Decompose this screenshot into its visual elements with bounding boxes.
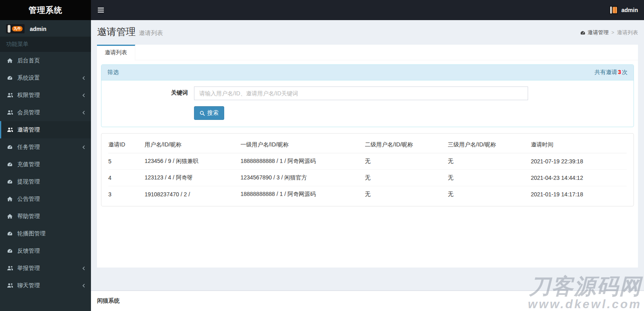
table-cell: 18888888888 / 1 / 阿奇网源码 [240,186,365,203]
sidebar-item-label: 邀请管理 [17,126,40,134]
gauge-icon [6,162,14,167]
table-cell: 123123 / 4 / 阿奇呀 [144,170,240,186]
filter-header: 筛选 共有邀请3次 [101,65,634,80]
table-cell: 无 [365,170,448,186]
topbar: 管理系统 admin [0,0,644,20]
table-cell: 无 [365,153,448,170]
sidebar-item-12[interactable]: 举报管理 [0,260,91,277]
sidebar-item-label: 轮播图管理 [17,230,45,237]
sidebar-item-10[interactable]: 轮播图管理 [0,225,91,242]
sidebar-item-label: 充值管理 [17,161,40,168]
avatar: 九牛 [6,24,25,33]
gauge-icon [6,179,14,184]
column-header: 一级用户名/ID/昵称 [240,137,365,153]
table-cell: 3 [108,186,144,203]
sidebar-item-5[interactable]: 任务管理 [0,138,91,156]
breadcrumb-current: 邀请列表 [617,29,638,36]
sidebar-user-panel[interactable]: 九牛 admin [0,20,91,37]
hamburger-icon [98,8,104,8]
users-icon [6,283,14,288]
chevron-left-icon [83,93,85,97]
breadcrumb: 邀请管理 > 邀请列表 [580,29,638,36]
sidebar-item-4[interactable]: 邀请管理 [0,121,91,138]
page-footer: 闲猫系统 [91,290,644,311]
table-row: 5123456 / 9 / 闲猫兼职18888888888 / 1 / 阿奇网源… [108,153,627,170]
sidebar-item-label: 提现管理 [17,178,40,185]
table-row: 4123123 / 4 / 阿奇呀1234567890 / 3 / 闲猫官方无无… [108,170,627,186]
home-icon [6,58,14,63]
keyword-label: 关键词 [107,87,194,97]
invite-table: 邀请ID用户名/ID/昵称一级用户名/ID/昵称二级用户名/ID/昵称三级用户名… [108,137,627,202]
gauge-icon [580,30,586,35]
sidebar-toggle-button[interactable] [91,0,104,20]
column-header: 用户名/ID/昵称 [144,137,240,153]
sidebar-item-0[interactable]: 后台首页 [0,52,91,69]
sidebar-section-header: 功能菜单 [0,37,91,52]
home-icon [6,196,14,202]
column-header: 邀请ID [108,137,144,153]
app-logo[interactable]: 管理系统 [0,0,91,20]
avatar-badge: 九牛 [12,26,23,31]
table-cell: 无 [448,170,531,186]
invite-table-box: 邀请ID用户名/ID/昵称一级用户名/ID/昵称二级用户名/ID/昵称三级用户名… [101,133,634,206]
table-cell: 1234567890 / 3 / 闲猫官方 [240,170,365,186]
sidebar-item-6[interactable]: 充值管理 [0,156,91,173]
sidebar-item-label: 会员管理 [17,109,40,116]
table-cell: 2021-07-19 22:39:18 [531,153,627,170]
sidebar-item-label: 系统设置 [17,74,40,82]
tab-panel: 邀请列表 筛选 共有邀请3次 关键词 [97,45,638,268]
sidebar: 九牛 admin 功能菜单 后台首页系统设置权限管理会员管理邀请管理任务管理充值… [0,20,91,311]
chevron-left-icon [83,76,85,80]
sidebar-item-11[interactable]: 反馈管理 [0,242,91,260]
keyword-input[interactable] [194,87,528,100]
sidebar-item-label: 聊天管理 [17,282,40,289]
column-header: 三级用户名/ID/昵称 [448,137,531,153]
sidebar-item-3[interactable]: 会员管理 [0,104,91,121]
content-area: 邀请管理邀请列表 邀请管理 > 邀请列表 邀请列表 [91,20,644,311]
invite-count: 3 [617,69,622,75]
table-cell: 18888888888 / 1 / 阿奇网源码 [240,153,365,170]
sidebar-item-7[interactable]: 提现管理 [0,173,91,190]
table-cell: 2021-01-19 14:17:18 [531,186,627,203]
top-navbar: admin [91,0,644,20]
sidebar-item-label: 权限管理 [17,92,40,99]
page-title: 邀请管理邀请列表 [97,25,163,39]
content-header: 邀请管理邀请列表 邀请管理 > 邀请列表 [91,20,644,39]
users-icon [6,127,14,132]
tab-invite-list[interactable]: 邀请列表 [97,45,135,60]
user-menu[interactable]: admin [609,6,644,14]
chevron-left-icon [83,284,85,288]
sidebar-menu: 后台首页系统设置权限管理会员管理邀请管理任务管理充值管理提现管理公告管理帮助管理… [0,52,91,294]
home-icon [6,214,14,219]
sidebar-item-9[interactable]: 帮助管理 [0,208,91,225]
gauge-icon [6,144,14,150]
gauge-icon [6,248,14,253]
sidebar-item-13[interactable]: 聊天管理 [0,277,91,294]
table-cell: 19108237470 / 2 / [144,186,240,203]
page-subtitle: 邀请列表 [139,29,163,36]
filter-title: 筛选 [107,69,119,76]
breadcrumb-root-link[interactable]: 邀请管理 [580,29,609,36]
chevron-left-icon [83,266,85,270]
app-title: 管理系统 [29,5,62,16]
table-row: 319108237470 / 2 /18888888888 / 1 / 阿奇网源… [108,186,627,203]
table-cell: 无 [365,186,448,203]
sidebar-item-2[interactable]: 权限管理 [0,87,91,104]
search-button[interactable]: 搜索 [194,106,224,120]
table-cell: 无 [448,186,531,203]
users-icon [6,110,14,115]
sidebar-item-1[interactable]: 系统设置 [0,69,91,87]
footer-text: 闲猫系统 [97,297,120,304]
table-header-row: 邀请ID用户名/ID/昵称一级用户名/ID/昵称二级用户名/ID/昵称三级用户名… [108,137,627,153]
avatar [609,6,618,14]
tab-bar: 邀请列表 [97,45,638,60]
admin-app: 管理系统 admin 九牛 admin 功能菜单 后台首页系统设置权限管理会员管… [0,0,644,311]
sidebar-item-8[interactable]: 公告管理 [0,190,91,208]
breadcrumb-separator: > [611,30,614,35]
filter-body: 关键词 搜索 [101,80,634,127]
column-header: 邀请时间 [531,137,627,153]
table-cell: 123456 / 9 / 闲猫兼职 [144,153,240,170]
sidebar-item-label: 帮助管理 [17,213,40,220]
tab-content: 筛选 共有邀请3次 关键词 [97,60,638,268]
sidebar-item-label: 公告管理 [17,196,40,203]
